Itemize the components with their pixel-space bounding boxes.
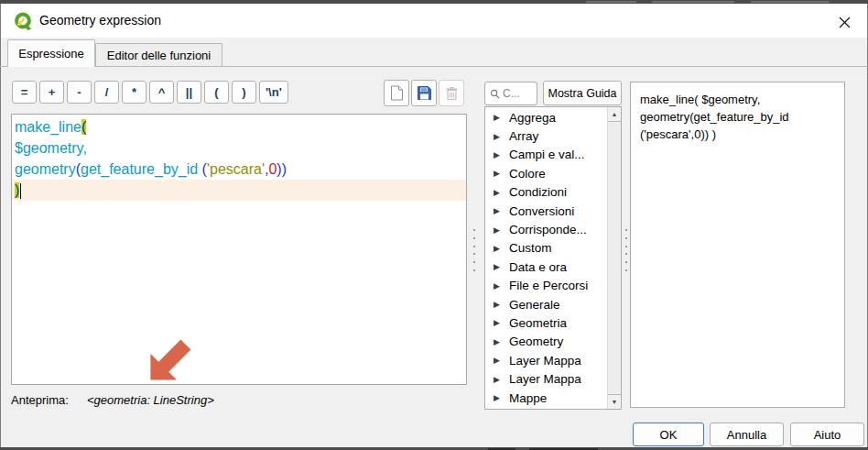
category-label: Geometry: [509, 335, 563, 348]
save-icon: [417, 85, 432, 101]
window-title: Geometry expression: [39, 13, 161, 27]
expand-arrow-icon[interactable]: ▶: [494, 300, 509, 309]
expand-arrow-icon[interactable]: ▶: [494, 375, 509, 384]
category-item-mappe[interactable]: ▶Mappe: [485, 389, 607, 407]
category-item-layer-mappa[interactable]: ▶Layer Mappa: [485, 351, 607, 369]
category-item-matematica[interactable]: ▶Matematica: [485, 407, 607, 410]
tab-espressione[interactable]: Espressione: [7, 39, 95, 67]
category-rows: ▶Aggrega▶Array▶Campi e val...▶Colore▶Con…: [485, 108, 607, 410]
expand-arrow-icon[interactable]: ▶: [494, 262, 509, 271]
expand-arrow-icon[interactable]: ▶: [494, 169, 509, 178]
tab-bar-line: [0, 66, 868, 67]
delete-expression-button[interactable]: [439, 80, 464, 106]
expand-arrow-icon[interactable]: ▶: [494, 281, 509, 291]
scroll-thumb[interactable]: [608, 123, 621, 393]
category-item-geometria[interactable]: ▶Geometria: [485, 313, 607, 332]
category-item-corrisponde[interactable]: ▶Corrisponde...: [485, 220, 607, 238]
expand-arrow-icon[interactable]: ▶: [494, 225, 509, 235]
category-label: Data e ora: [509, 260, 567, 274]
category-label: Generale: [509, 298, 560, 312]
category-label: Mappe: [509, 391, 547, 405]
expand-arrow-icon[interactable]: ▶: [494, 113, 509, 122]
operator-button-2[interactable]: -: [67, 81, 92, 104]
search-placeholder: C...: [503, 87, 520, 100]
category-item-colore[interactable]: ▶Colore: [485, 164, 607, 182]
expression-actions: [384, 80, 464, 106]
category-label: Colore: [509, 167, 546, 181]
splitter-handle-right[interactable]: [623, 229, 630, 271]
operator-button-9[interactable]: '\n': [259, 81, 288, 104]
close-icon: [839, 16, 851, 28]
ok-button[interactable]: OK: [633, 423, 704, 446]
category-label: Aggrega: [509, 111, 556, 125]
category-label: Campi e val...: [509, 148, 585, 161]
code-line: geometry(get_feature_by_id ('pescara',0)…: [12, 159, 466, 180]
expression-editor[interactable]: make_line($geometry,geometry(get_feature…: [11, 114, 467, 385]
expand-arrow-icon[interactable]: ▶: [494, 318, 509, 327]
category-item-geometry[interactable]: ▶Geometry: [485, 333, 607, 351]
category-label: Conversioni: [509, 204, 574, 218]
category-item-conversioni[interactable]: ▶Conversioni: [485, 202, 607, 220]
expand-arrow-icon[interactable]: ▶: [494, 356, 509, 365]
category-item-file-e-percorsi[interactable]: ▶File e Percorsi: [485, 277, 607, 295]
category-item-campi-e-val[interactable]: ▶Campi e val...: [485, 146, 607, 164]
annotation-arrow-icon: [146, 334, 197, 384]
preview-value: <geometria: LineString>: [87, 393, 214, 407]
qgis-logo-icon: [13, 11, 33, 31]
operator-button-6[interactable]: ||: [177, 81, 201, 104]
function-search-input[interactable]: C...: [484, 82, 537, 105]
expand-arrow-icon[interactable]: ▶: [494, 150, 509, 159]
cancel-button[interactable]: Annulla: [710, 423, 784, 446]
operator-button-1[interactable]: +: [39, 81, 64, 104]
geometry-expression-dialog: Geometry expression Espressione Editor d…: [0, 0, 868, 450]
tab-editor-funzioni[interactable]: Editor delle funzioni: [95, 43, 222, 67]
expand-arrow-icon[interactable]: ▶: [494, 337, 509, 346]
category-label: Array: [509, 129, 538, 143]
list-scrollbar[interactable]: ▲ ▼: [607, 107, 621, 409]
operator-button-4[interactable]: *: [122, 81, 146, 104]
operator-button-7[interactable]: (: [204, 81, 229, 104]
show-help-button[interactable]: Mostra Guida: [543, 81, 622, 105]
code-line: ): [12, 180, 466, 201]
category-item-layer-mappa[interactable]: ▶Layer Mappa: [485, 369, 607, 388]
close-button[interactable]: [834, 12, 854, 32]
splitter-handle-left[interactable]: [471, 229, 478, 271]
category-item-aggrega[interactable]: ▶Aggrega: [485, 108, 607, 126]
expand-arrow-icon[interactable]: ▶: [494, 132, 509, 141]
function-category-list: ▶Aggrega▶Array▶Campi e val...▶Colore▶Con…: [484, 106, 622, 410]
category-item-condizioni[interactable]: ▶Condizioni: [485, 183, 607, 202]
category-label: Geometria: [509, 316, 567, 330]
operator-button-0[interactable]: =: [12, 81, 37, 104]
help-text-line: geometry(get_feature_by_id: [640, 108, 835, 126]
category-item-generale[interactable]: ▶Generale: [485, 295, 607, 313]
expand-arrow-icon[interactable]: ▶: [494, 206, 509, 215]
save-expression-button[interactable]: [411, 80, 437, 106]
help-preview-panel: make_line( $geometry,geometry(get_featur…: [630, 82, 845, 408]
operator-button-3[interactable]: /: [94, 81, 119, 104]
title-bar: Geometry expression: [1, 4, 867, 38]
text-caret: [20, 183, 21, 199]
expand-arrow-icon[interactable]: ▶: [494, 393, 509, 402]
category-label: Condizioni: [509, 185, 567, 199]
expand-arrow-icon[interactable]: ▶: [494, 244, 509, 253]
operator-button-5[interactable]: ^: [149, 81, 174, 104]
category-item-array[interactable]: ▶Array: [485, 126, 607, 145]
help-button[interactable]: Aiuto: [790, 423, 864, 446]
preview-label: Anteprima:: [11, 393, 69, 407]
trash-icon: [445, 86, 459, 101]
search-icon: [490, 89, 500, 99]
category-label: Layer Mappa: [509, 372, 581, 386]
category-item-custom[interactable]: ▶Custom: [485, 239, 607, 258]
scroll-up-button[interactable]: ▲: [608, 107, 621, 122]
operator-buttons: =+-/*^||()'\n': [12, 81, 288, 104]
category-item-data-e-ora[interactable]: ▶Data e ora: [485, 258, 607, 276]
category-label: Layer Mappa: [509, 354, 581, 368]
code-line: make_line(: [12, 116, 466, 137]
expand-arrow-icon[interactable]: ▶: [494, 188, 509, 197]
help-text-line: make_line( $geometry,: [640, 91, 835, 108]
operator-button-8[interactable]: ): [232, 81, 256, 104]
scroll-down-button[interactable]: ▼: [608, 394, 621, 409]
new-expression-button[interactable]: [384, 80, 409, 106]
help-text-line: ('pescara',0)) ): [640, 126, 835, 143]
scroll-down-icon: ▼: [612, 399, 618, 405]
